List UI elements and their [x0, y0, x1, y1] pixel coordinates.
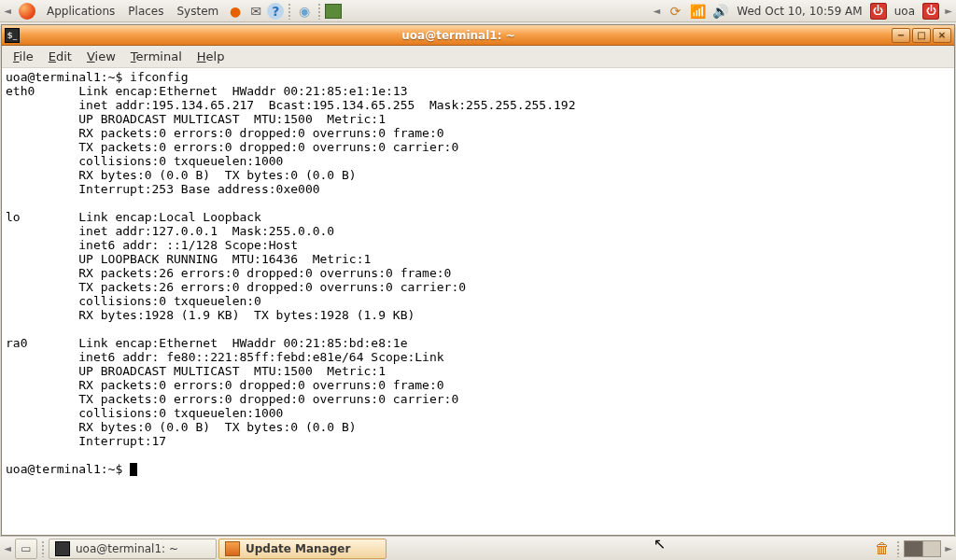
menu-file[interactable]: File: [6, 48, 41, 65]
menu-places[interactable]: Places: [122, 3, 169, 20]
menu-help[interactable]: Help: [190, 48, 232, 65]
panel-separator: [317, 3, 321, 20]
update-available-icon[interactable]: ⟳: [666, 2, 684, 21]
window-minimize-button[interactable]: ─: [892, 28, 910, 43]
menu-terminal[interactable]: Terminal: [123, 48, 190, 65]
cube-icon[interactable]: ◉: [295, 2, 314, 21]
panel-scroll-left[interactable]: ◄: [2, 2, 13, 21]
help-icon[interactable]: ?: [267, 3, 284, 20]
panel-separator: [896, 540, 900, 557]
text-cursor: [130, 463, 137, 476]
gnome-top-panel: ◄ Applications Places System ● ✉ ? ◉ ◄ ⟳…: [0, 0, 956, 22]
ubuntu-logo-icon[interactable]: [19, 3, 35, 20]
terminal-viewport[interactable]: uoa@terminal1:~$ ifconfig eth0 Link enca…: [2, 68, 954, 535]
firefox-icon[interactable]: ●: [226, 2, 245, 21]
workspace-switcher[interactable]: [904, 540, 941, 557]
menu-system[interactable]: System: [171, 3, 224, 20]
window-maximize-button[interactable]: □: [912, 28, 931, 43]
command-output: eth0 Link encap:Ethernet HWaddr 00:21:85…: [6, 84, 575, 448]
panel-separator: [288, 3, 291, 20]
workspace-2[interactable]: [923, 541, 941, 556]
gnome-bottom-panel: ◄ ▭ uoa@terminal1: ~ Update Manager 🗑 ►: [0, 536, 956, 560]
window-title: uoa@terminal1: ~: [25, 29, 892, 42]
system-monitor-icon[interactable]: [325, 4, 342, 19]
taskbar-item-update-manager[interactable]: Update Manager: [218, 539, 387, 559]
shutdown-icon[interactable]: ⏻: [870, 3, 887, 20]
panel-scroll-right[interactable]: ►: [943, 2, 954, 21]
logout-icon[interactable]: ⏻: [922, 3, 939, 20]
panel-scroll-left[interactable]: ◄: [2, 539, 13, 558]
taskbar-item-label: uoa@terminal1: ~: [76, 542, 178, 555]
workspace-1[interactable]: [905, 541, 923, 556]
command-text: ifconfig: [130, 70, 189, 84]
gnome-terminal-window: $_ uoa@terminal1: ~ ─ □ ✕ File Edit View…: [1, 24, 955, 536]
panel-scroll-notify-left[interactable]: ◄: [651, 2, 662, 21]
window-titlebar[interactable]: $_ uoa@terminal1: ~ ─ □ ✕: [2, 25, 954, 46]
taskbar-item-label: Update Manager: [246, 542, 350, 555]
user-menu[interactable]: uoa: [891, 5, 919, 18]
trash-icon[interactable]: 🗑: [872, 539, 893, 558]
menu-applications[interactable]: Applications: [41, 3, 120, 20]
prompt: uoa@terminal1:~$: [6, 70, 130, 84]
terminal-icon: [55, 541, 70, 556]
show-desktop-button[interactable]: ▭: [15, 539, 37, 559]
menu-view[interactable]: View: [79, 48, 123, 65]
terminal-app-icon: $_: [5, 28, 20, 43]
menu-edit[interactable]: Edit: [41, 48, 79, 65]
terminal-menubar: File Edit View Terminal Help: [2, 46, 954, 68]
volume-icon[interactable]: 🔊: [710, 2, 729, 21]
prompt: uoa@terminal1:~$: [6, 462, 130, 476]
network-signal-icon[interactable]: 📶: [688, 2, 707, 21]
taskbar-item-terminal[interactable]: uoa@terminal1: ~: [49, 539, 217, 559]
panel-separator: [41, 540, 45, 557]
window-close-button[interactable]: ✕: [933, 28, 951, 43]
evolution-mail-icon[interactable]: ✉: [246, 2, 265, 21]
update-manager-icon: [225, 541, 240, 556]
panel-scroll-right[interactable]: ►: [943, 539, 954, 558]
clock[interactable]: Wed Oct 10, 10:59 AM: [733, 5, 865, 18]
